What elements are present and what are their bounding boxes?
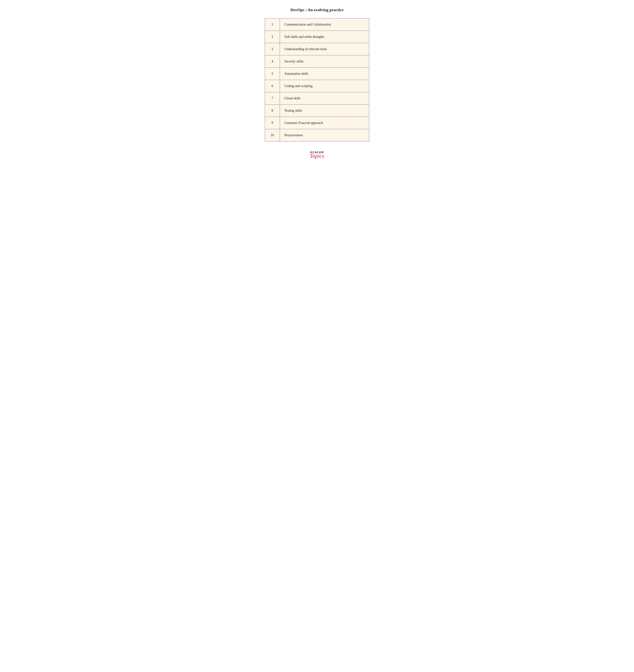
row-number: 1 [265, 19, 280, 30]
row-number: 8 [265, 104, 280, 117]
logo-container: SCALER Topics [310, 151, 324, 159]
table-row: 8Testing skills [265, 104, 369, 117]
row-number: 3 [265, 43, 280, 55]
table-row: 9Customer-Foucced approach [265, 117, 369, 129]
table-row: 7Cloud skills [265, 92, 369, 104]
table-row: 5Automation skills [265, 68, 369, 80]
table-row: 4Security skills [265, 55, 369, 68]
skills-table: 1Communication and Collaboration2Soft sk… [265, 18, 369, 142]
row-number: 2 [265, 31, 280, 43]
row-content: Cloud skills [280, 92, 369, 104]
row-content: Proactiveness [280, 129, 369, 141]
table-row: 3Understanding of relevant tools [265, 43, 369, 55]
table-row: 10Proactiveness [265, 129, 369, 141]
row-content: Understanding of relevant tools [280, 43, 369, 55]
row-content: Coding and scripting [280, 80, 369, 92]
table-row: 6Coding and scripting [265, 80, 369, 92]
row-content: Security skills [280, 55, 369, 68]
row-content: Automation skills [280, 68, 369, 80]
row-content: Testing skills [280, 104, 369, 117]
row-number: 9 [265, 117, 280, 129]
row-content: Soft skills and noble thoughts [280, 31, 369, 43]
row-number: 10 [265, 129, 280, 141]
page-title: DevOps : An evolving practice [290, 7, 344, 12]
row-number: 6 [265, 80, 280, 92]
table-row: 1Communication and Collaboration [265, 19, 369, 31]
row-number: 4 [265, 55, 280, 68]
logo-topics-text: Topics [310, 153, 324, 159]
table-row: 2Soft skills and noble thoughts [265, 31, 369, 43]
page-container: DevOps : An evolving practice 1Communica… [265, 7, 369, 159]
row-number: 5 [265, 68, 280, 80]
row-number: 7 [265, 92, 280, 104]
row-content: Customer-Foucced approach [280, 117, 369, 129]
row-content: Communication and Collaboration [280, 19, 369, 30]
